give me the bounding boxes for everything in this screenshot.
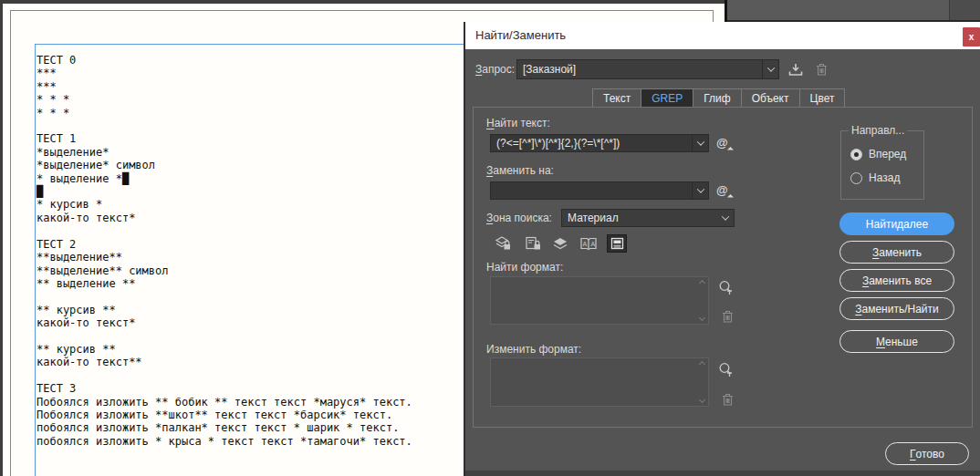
include-hidden-layers-icon[interactable] [550, 234, 570, 253]
direction-forward-option[interactable]: Вперед [850, 148, 906, 160]
chevron-down-icon[interactable] [692, 135, 708, 151]
screenshot-root: ТЕСТ 0 *** *** * * * * * * ТЕСТ 1 *выдел… [0, 0, 980, 476]
change-format-box[interactable] [490, 357, 709, 407]
clear-change-format-icon[interactable] [718, 391, 736, 408]
find-text-input[interactable] [491, 137, 692, 150]
direction-forward-label: Вперед [869, 148, 906, 160]
change-to-combo [490, 181, 709, 200]
scroll-down-icon [699, 315, 705, 321]
search-scope-value: Материал [562, 212, 717, 224]
find-text-label: Найти текст: [486, 117, 550, 129]
query-label: Запрос: [475, 63, 515, 76]
tab-grep[interactable]: GREP [641, 88, 693, 108]
clear-find-format-icon[interactable] [718, 308, 736, 325]
chevron-down-icon[interactable] [692, 182, 708, 199]
fewer-options-button[interactable]: Меньше [839, 330, 954, 353]
done-button[interactable]: Готово [885, 442, 969, 465]
include-locked-layers-icon[interactable] [493, 234, 513, 253]
pasteboard-area [727, 0, 980, 20]
scroll-up-icon [699, 361, 705, 367]
special-characters-find-icon[interactable]: @ [716, 136, 735, 152]
find-format-box[interactable] [490, 276, 709, 325]
scroll-up-icon [699, 280, 705, 286]
radio-selected-icon[interactable] [850, 149, 862, 160]
find-format-label: Найти формат: [486, 261, 563, 274]
query-value: [Заказной] [517, 63, 762, 76]
direction-group: Направл... Вперед Назад [840, 130, 924, 200]
change-button[interactable]: Заменить [839, 241, 954, 264]
pasteboard-panel-edge [949, 0, 980, 20]
change-find-button[interactable]: Заменить/Найти [839, 297, 954, 320]
find-change-dialog: Найти/Заменить x Запрос: [Заказной] Текс… [464, 22, 980, 476]
tab-color[interactable]: Цвет [799, 88, 846, 108]
include-locked-stories-icon[interactable] [523, 234, 543, 253]
search-scope-dropdown[interactable]: Материал [561, 209, 735, 227]
scroll-down-icon [699, 397, 705, 403]
chevron-down-icon [717, 210, 734, 226]
chevron-down-icon[interactable] [762, 60, 778, 78]
close-button[interactable]: x [963, 27, 980, 47]
dialog-titlebar[interactable]: Найти/Заменить x [465, 22, 980, 49]
svg-text:A: A [583, 241, 588, 247]
svg-text:A: A [591, 241, 596, 247]
search-type-tabs: Текст GREP Глиф Объект Цвет [593, 88, 845, 108]
document-window-right-edge [725, 0, 727, 22]
document-window-top-edge [0, 0, 727, 4]
include-footnotes-icon[interactable] [607, 234, 627, 253]
dialog-bottom-edge [465, 471, 980, 476]
change-to-input[interactable] [491, 184, 692, 197]
direction-backward-label: Назад [869, 171, 900, 184]
delete-query-icon[interactable] [812, 61, 830, 78]
tab-text[interactable]: Текст [592, 88, 641, 108]
tab-glyph[interactable]: Глиф [693, 88, 741, 108]
specify-change-format-icon[interactable] [716, 361, 735, 378]
radio-icon[interactable] [850, 172, 862, 184]
find-next-button[interactable]: Найти далее [839, 212, 954, 235]
grep-panel: Найти текст: @ Заменить на: @ Зона поиск… [473, 107, 973, 428]
direction-label: Направл... [849, 124, 907, 137]
dialog-title: Найти/Заменить [475, 22, 566, 49]
search-scope-label: Зона поиска: [486, 212, 552, 224]
document-text[interactable]: ТЕСТ 0 *** *** * * * * * * ТЕСТ 1 *выдел… [36, 54, 412, 448]
save-query-icon[interactable] [787, 61, 805, 78]
tab-object[interactable]: Объект [741, 88, 800, 108]
specify-find-format-icon[interactable] [716, 279, 735, 295]
change-all-button[interactable]: Заменить все [839, 269, 954, 292]
special-characters-change-icon[interactable]: @ [716, 183, 735, 200]
find-text-combo [490, 134, 709, 152]
change-to-label: Заменить на: [486, 164, 554, 177]
change-format-label: Изменить формат: [486, 343, 581, 356]
query-dropdown[interactable]: [Заказной] [516, 59, 779, 79]
direction-backward-option[interactable]: Назад [850, 171, 900, 184]
document-window-left-edge [0, 0, 3, 476]
include-master-pages-icon[interactable]: AA [579, 234, 599, 253]
